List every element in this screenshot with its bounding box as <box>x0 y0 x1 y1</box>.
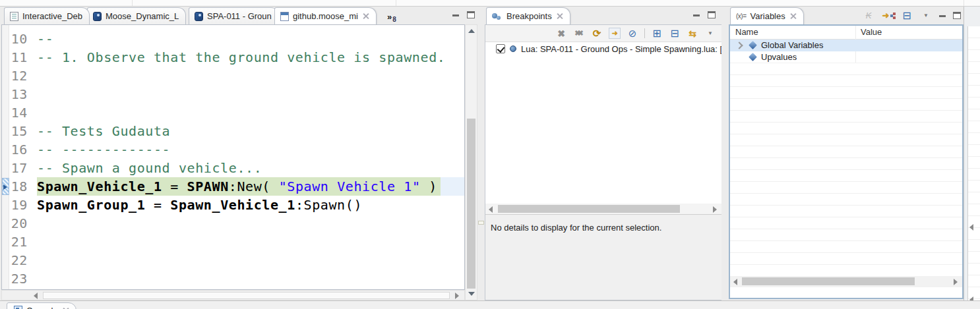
ruler-cell[interactable] <box>2 67 9 85</box>
ruler-cell[interactable] <box>2 251 9 269</box>
scroll-left-icon[interactable] <box>34 293 38 299</box>
breakpoints-horizontal-scrollbar[interactable] <box>485 204 721 215</box>
close-icon[interactable] <box>362 13 369 20</box>
code-line[interactable]: 22 <box>2 251 464 269</box>
scroll-left-icon[interactable] <box>489 206 493 213</box>
code-line[interactable]: 10-- <box>2 30 464 48</box>
minimize-icon[interactable] <box>693 14 700 16</box>
code-segment: "Spawn Vehicle 1" <box>279 179 421 194</box>
tab-variables[interactable]: (x)= Variables <box>730 7 804 24</box>
editor-tab-github.moose_mi[interactable]: github.moose_mi <box>274 7 377 24</box>
code-line[interactable]: 23 <box>2 269 464 288</box>
editor-vertical-scrollbar[interactable] <box>465 24 477 300</box>
hidden-editors-count: 8 <box>392 16 396 23</box>
ruler-cell[interactable] <box>2 140 9 159</box>
vertical-scroll-thumb[interactable] <box>467 119 475 289</box>
maximize-icon[interactable] <box>953 12 961 19</box>
sash-grip[interactable] <box>478 221 484 225</box>
ruler-cell[interactable] <box>2 233 9 251</box>
ruler-cell[interactable] <box>2 196 9 214</box>
tab-breakpoints[interactable]: Breakpoints <box>486 7 570 24</box>
scroll-down-icon[interactable] <box>468 292 475 296</box>
variable-row[interactable]: Global Variables <box>730 40 962 51</box>
remove-breakpoint-icon[interactable]: ✖ <box>555 28 567 39</box>
link-with-debug-view-icon[interactable]: ⇆ <box>687 28 698 39</box>
horizontal-scroll-thumb[interactable] <box>498 205 680 213</box>
code-line[interactable]: 13 <box>2 85 464 103</box>
breakpoints-variables-sash[interactable] <box>721 7 729 300</box>
close-icon[interactable] <box>789 13 797 20</box>
ruler-cell[interactable] <box>2 214 9 233</box>
breakpoint-checkbox[interactable] <box>496 44 505 53</box>
go-to-file-for-breakpoint-icon[interactable]: ➜ <box>609 28 621 39</box>
skip-all-breakpoints-icon[interactable]: ⊘ <box>627 28 638 39</box>
ruler-cell[interactable] <box>2 269 9 288</box>
editor-breakpoints-sash[interactable] <box>477 7 485 300</box>
line-number: 21 <box>9 233 32 251</box>
expand-all-icon[interactable]: ⊞ <box>651 28 663 39</box>
close-icon[interactable] <box>556 13 563 20</box>
code-line[interactable]: 16-- ------------- <box>2 140 464 159</box>
code-line[interactable]: 21 <box>2 233 464 251</box>
line-number: 20 <box>9 214 32 233</box>
horizontal-scroll-thumb[interactable] <box>43 292 450 299</box>
expand-arrow-icon[interactable] <box>734 41 743 50</box>
ruler-cell[interactable] <box>2 30 9 48</box>
show-supported-breakpoints-icon[interactable]: ⟳ <box>591 28 603 39</box>
editor-tab-spa-011 - groun[interactable]: SPA-011 - Groun <box>189 7 279 24</box>
empty-rows-grid <box>730 63 962 276</box>
editor-tab-moose_dynamic_l[interactable]: Moose_Dynamic_L <box>87 7 186 24</box>
scroll-left-icon[interactable] <box>969 224 973 231</box>
more-editors-chevron[interactable]: » 8 <box>387 12 396 23</box>
code-line[interactable]: 20 <box>2 214 464 233</box>
editor-tab-strip: github.moose_miSPA-011 - GrounMoose_Dyna… <box>1 7 477 24</box>
code-line[interactable]: 12 <box>2 67 464 85</box>
ruler-cell[interactable] <box>2 159 9 177</box>
scroll-up-icon[interactable] <box>468 29 475 33</box>
collapse-all-icon[interactable]: ⊟ <box>901 10 913 21</box>
minimize-icon[interactable] <box>939 15 946 17</box>
minimize-icon[interactable] <box>452 14 459 16</box>
line-number: 19 <box>9 196 32 214</box>
ruler-cell[interactable] <box>2 85 9 103</box>
scroll-right-icon[interactable] <box>954 279 958 285</box>
code-line[interactable]: 15-- Tests Gudauta <box>2 122 464 140</box>
column-header-value[interactable]: Value <box>855 26 882 39</box>
collapse-all-icon[interactable]: ⊟ <box>669 28 681 39</box>
scroll-right-icon[interactable] <box>455 293 459 299</box>
editor-tab-interactive_deb[interactable]: Interactive_Deb <box>4 7 90 24</box>
column-header-name[interactable]: Name <box>730 26 855 39</box>
tab-label: Variables <box>750 11 785 21</box>
close-icon[interactable] <box>62 307 69 309</box>
code-line[interactable]: 14 <box>2 103 464 122</box>
tab-console[interactable]: Console <box>7 302 77 309</box>
ruler-cell[interactable] <box>2 122 9 140</box>
code-line[interactable]: 18Spawn_Vehicle_1 = SPAWN:New( "Spawn Ve… <box>2 177 464 196</box>
code-editor[interactable]: 10--11-- 1. Observe that the ground vehi… <box>1 24 465 290</box>
show-type-names-icon[interactable]: K <box>863 10 874 21</box>
scroll-right-icon[interactable] <box>713 206 717 213</box>
view-menu-icon[interactable]: ▼ <box>920 10 932 21</box>
show-logical-structure-icon[interactable]: ➜ <box>882 10 894 21</box>
breakpoint-item[interactable]: Lua: SPA-011 - Ground Ops - Simple Spawn… <box>485 42 721 55</box>
line-number: 11 <box>9 48 32 67</box>
code-line[interactable]: 17-- Spawn a gound vehicle... <box>2 159 464 177</box>
view-menu-icon[interactable]: ▼ <box>704 28 716 39</box>
breakpoints-list[interactable]: Lua: SPA-011 - Ground Ops - Simple Spawn… <box>485 42 721 204</box>
remove-all-breakpoints-icon[interactable]: ✖✖ <box>573 28 585 39</box>
ruler-cell[interactable] <box>2 103 9 122</box>
code-line[interactable]: 11-- 1. Observe that the ground vehicle … <box>2 48 464 67</box>
scroll-left-icon[interactable] <box>733 279 737 285</box>
variables-horizontal-scrollbar[interactable] <box>730 276 962 287</box>
line-number: 15 <box>9 122 32 140</box>
maximize-icon[interactable] <box>467 11 475 18</box>
maximize-icon[interactable] <box>708 11 716 18</box>
code-text: -- <box>37 30 53 48</box>
top-window-strip <box>0 0 980 7</box>
horizontal-scroll-thumb[interactable] <box>742 277 915 285</box>
code-line[interactable]: 19Spawn_Group_1 = Spawn_Vehicle_1:Spawn(… <box>2 196 464 214</box>
editor-horizontal-scrollbar[interactable] <box>1 290 465 300</box>
ruler-cell[interactable] <box>2 48 9 67</box>
variable-row[interactable]: Upvalues <box>730 51 962 63</box>
code-segment: :New( <box>229 179 279 194</box>
